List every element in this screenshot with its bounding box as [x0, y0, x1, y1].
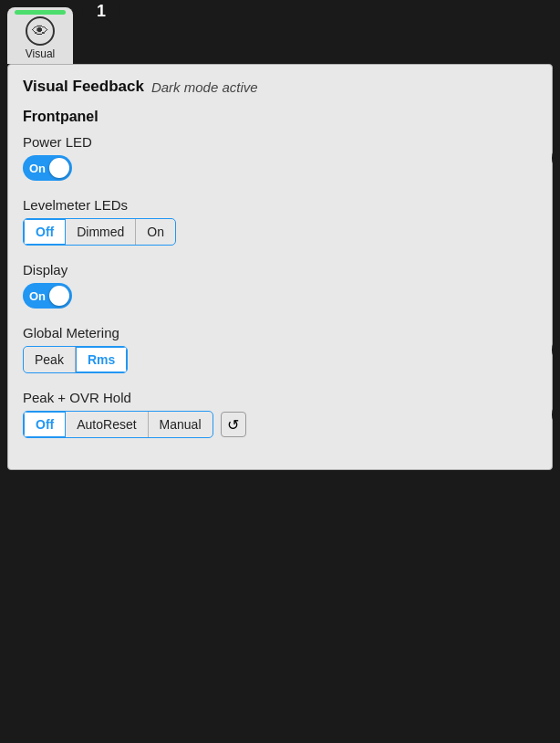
levelmeter-leds-label: Levelmeter LEDs	[23, 197, 537, 213]
badge-4: 4	[552, 333, 560, 366]
peak-autoreset-btn[interactable]: AutoReset	[66, 412, 148, 437]
metering-rms-btn[interactable]: Rms	[76, 347, 127, 372]
power-led-toggle-text: On	[29, 162, 46, 175]
power-led-block: Power LED On 3	[23, 134, 537, 181]
metering-peak-btn[interactable]: Peak	[24, 347, 76, 372]
visual-tab[interactable]: 👁 Visual	[7, 7, 73, 64]
display-toggle-text: On	[29, 289, 46, 303]
peak-ovr-hold-block: Peak + OVR Hold Off AutoReset Manual ↺ 5	[23, 390, 537, 438]
badge-1: 1	[82, 0, 120, 24]
display-toggle-container: On	[23, 283, 537, 309]
global-metering-block: Global Metering Peak Rms 4	[23, 325, 537, 373]
peak-off-btn[interactable]: Off	[24, 412, 66, 437]
global-metering-row: Peak Rms 4	[23, 346, 537, 373]
global-metering-segmented: Peak Rms	[23, 346, 128, 373]
peak-ovr-hold-row: Off AutoReset Manual ↺ 5	[23, 411, 537, 438]
levelmeter-dimmed-btn[interactable]: Dimmed	[66, 219, 136, 245]
frontpanel-title: Frontpanel	[23, 109, 537, 125]
display-toggle[interactable]: On	[23, 283, 72, 309]
peak-ovr-hold-label: Peak + OVR Hold	[23, 390, 537, 405]
levelmeter-leds-block: Levelmeter LEDs Off Dimmed On	[23, 197, 537, 246]
peak-reset-btn[interactable]: ↺	[221, 412, 246, 437]
panel-title: Visual Feedback	[23, 78, 144, 96]
peak-ovr-hold-segmented: Off AutoReset Manual	[23, 411, 213, 438]
power-led-label: Power LED	[23, 134, 537, 150]
levelmeter-off-btn[interactable]: Off	[24, 219, 66, 245]
power-led-toggle-knob	[49, 158, 69, 178]
display-toggle-knob	[49, 286, 69, 306]
badge-3: 3	[552, 141, 560, 174]
power-led-toggle[interactable]: On	[23, 155, 72, 181]
display-block: Display On	[23, 262, 537, 309]
main-panel: Visual Feedback Dark mode active 2 Front…	[7, 64, 553, 470]
levelmeter-on-btn[interactable]: On	[136, 219, 175, 245]
levelmeter-leds-segmented: Off Dimmed On	[23, 218, 176, 246]
display-label: Display	[23, 262, 537, 277]
tab-label: Visual	[26, 47, 55, 60]
panel-header: Visual Feedback Dark mode active 2	[23, 78, 537, 96]
badge-5: 5	[552, 398, 560, 431]
tab-active-indicator	[15, 10, 66, 15]
peak-manual-btn[interactable]: Manual	[149, 412, 213, 437]
power-led-toggle-container: On	[23, 155, 537, 181]
global-metering-label: Global Metering	[23, 325, 537, 340]
eye-icon: 👁	[26, 16, 55, 46]
panel-subtitle: Dark mode active	[151, 79, 258, 95]
